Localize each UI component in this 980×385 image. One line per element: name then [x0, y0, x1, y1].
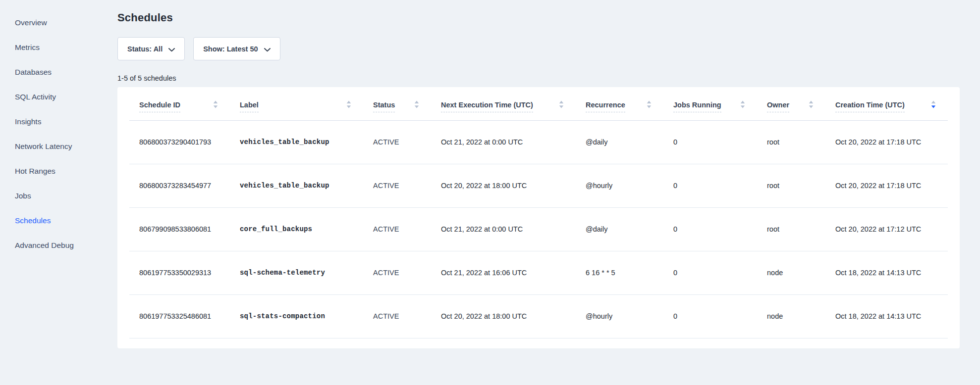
table-row: 806197753325486081sql-stats-compactionAC… [129, 294, 948, 338]
table-row: 806800373283454977vehicles_table_backupA… [129, 164, 948, 207]
cell-status: ACTIVE [363, 164, 431, 207]
show-filter-dropdown[interactable]: Show: Latest 50 [193, 37, 280, 60]
table-row: 806197753350029313sql-schema-telemetryAC… [129, 251, 948, 294]
sidebar-item-insights[interactable]: Insights [15, 109, 117, 134]
column-label: Jobs Running [673, 101, 721, 112]
cell-recurrence: @hourly [576, 294, 663, 338]
cell-schedule_id: 806799098533806081 [129, 207, 230, 251]
cell-label: vehicles_table_backup [230, 120, 363, 164]
sidebar-item-schedules[interactable]: Schedules [15, 208, 117, 233]
column-header-status[interactable]: Status [363, 87, 431, 120]
cell-schedule_id: 806800373283454977 [129, 164, 230, 207]
cell-next_execution: Oct 20, 2022 at 18:00 UTC [431, 294, 576, 338]
cell-owner: root [757, 164, 825, 207]
cell-schedule_id: 806197753350029313 [129, 251, 230, 294]
cell-creation_time: Oct 20, 2022 at 17:18 UTC [825, 120, 948, 164]
table-header-row: Schedule IDLabelStatusNext Execution Tim… [129, 87, 948, 120]
column-header-recurrence[interactable]: Recurrence [576, 87, 663, 120]
sort-icon [346, 100, 351, 109]
cell-status: ACTIVE [363, 251, 431, 294]
cell-jobs_running: 0 [663, 207, 757, 251]
cell-jobs_running: 0 [663, 251, 757, 294]
cell-status: ACTIVE [363, 207, 431, 251]
column-header-owner[interactable]: Owner [757, 87, 825, 120]
cell-creation_time: Oct 18, 2022 at 14:13 UTC [825, 251, 948, 294]
sidebar-item-hot-ranges[interactable]: Hot Ranges [15, 159, 117, 184]
sort-icon [931, 100, 936, 109]
column-label: Status [373, 101, 395, 112]
cell-jobs_running: 0 [663, 294, 757, 338]
cell-creation_time: Oct 20, 2022 at 17:12 UTC [825, 207, 948, 251]
cell-recurrence: @daily [576, 120, 663, 164]
results-summary: 1-5 of 5 schedules [117, 74, 960, 83]
cell-recurrence: @hourly [576, 164, 663, 207]
table-row: 806799098533806081core_full_backupsACTIV… [129, 207, 948, 251]
sidebar-item-overview[interactable]: Overview [15, 10, 117, 35]
cell-label: core_full_backups [230, 207, 363, 251]
cell-jobs_running: 0 [663, 164, 757, 207]
app-root: OverviewMetricsDatabasesSQL ActivityInsi… [0, 0, 980, 385]
column-label: Recurrence [586, 101, 625, 112]
sort-icon [740, 100, 745, 109]
sidebar-item-advanced-debug[interactable]: Advanced Debug [15, 233, 117, 258]
column-header-label[interactable]: Label [230, 87, 363, 120]
cell-label: vehicles_table_backup [230, 164, 363, 207]
cell-status: ACTIVE [363, 294, 431, 338]
cell-next_execution: Oct 21, 2022 at 0:00 UTC [431, 120, 576, 164]
sort-icon [559, 100, 564, 109]
page-title: Schedules [117, 11, 960, 25]
sort-icon [809, 100, 814, 109]
status-filter-dropdown[interactable]: Status: All [117, 37, 185, 60]
cell-owner: node [757, 294, 825, 338]
column-label: Owner [767, 101, 789, 112]
sort-icon [414, 100, 419, 109]
cell-recurrence: 6 16 * * 5 [576, 251, 663, 294]
cell-next_execution: Oct 21, 2022 at 0:00 UTC [431, 207, 576, 251]
cell-label: sql-schema-telemetry [230, 251, 363, 294]
column-header-jobs_running[interactable]: Jobs Running [663, 87, 757, 120]
sidebar-nav: OverviewMetricsDatabasesSQL ActivityInsi… [0, 0, 117, 385]
schedules-table-panel: Schedule IDLabelStatusNext Execution Tim… [117, 87, 960, 348]
column-header-schedule_id[interactable]: Schedule ID [129, 87, 230, 120]
sort-icon [647, 100, 652, 109]
table-row: 806800373290401793vehicles_table_backupA… [129, 120, 948, 164]
cell-creation_time: Oct 18, 2022 at 14:13 UTC [825, 294, 948, 338]
column-header-creation_time[interactable]: Creation Time (UTC) [825, 87, 948, 120]
table-body: 806800373290401793vehicles_table_backupA… [129, 120, 948, 338]
cell-next_execution: Oct 21, 2022 at 16:06 UTC [431, 251, 576, 294]
sidebar-item-databases[interactable]: Databases [15, 60, 117, 85]
cell-creation_time: Oct 20, 2022 at 17:18 UTC [825, 164, 948, 207]
main-content: Schedules Status: All Show: Latest 50 1-… [117, 0, 980, 385]
column-label: Label [240, 101, 259, 112]
cell-owner: root [757, 207, 825, 251]
cell-recurrence: @daily [576, 207, 663, 251]
cell-owner: root [757, 120, 825, 164]
status-filter-label: Status: All [127, 45, 163, 53]
cell-label: sql-stats-compaction [230, 294, 363, 338]
cell-owner: node [757, 251, 825, 294]
cell-status: ACTIVE [363, 120, 431, 164]
sidebar-item-jobs[interactable]: Jobs [15, 184, 117, 208]
sidebar-item-network-latency[interactable]: Network Latency [15, 134, 117, 159]
chevron-down-icon [168, 46, 175, 53]
show-filter-label: Show: Latest 50 [203, 45, 258, 53]
sidebar-item-sql-activity[interactable]: SQL Activity [15, 85, 117, 109]
column-label: Schedule ID [139, 101, 180, 112]
column-header-next_execution[interactable]: Next Execution Time (UTC) [431, 87, 576, 120]
column-label: Next Execution Time (UTC) [441, 101, 533, 112]
column-label: Creation Time (UTC) [835, 101, 905, 112]
sidebar-item-metrics[interactable]: Metrics [15, 35, 117, 60]
schedules-table: Schedule IDLabelStatusNext Execution Tim… [129, 87, 948, 338]
sort-icon [213, 100, 218, 109]
cell-schedule_id: 806800373290401793 [129, 120, 230, 164]
filters-bar: Status: All Show: Latest 50 [117, 37, 960, 60]
chevron-down-icon [264, 46, 271, 53]
cell-jobs_running: 0 [663, 120, 757, 164]
cell-next_execution: Oct 20, 2022 at 18:00 UTC [431, 164, 576, 207]
cell-schedule_id: 806197753325486081 [129, 294, 230, 338]
